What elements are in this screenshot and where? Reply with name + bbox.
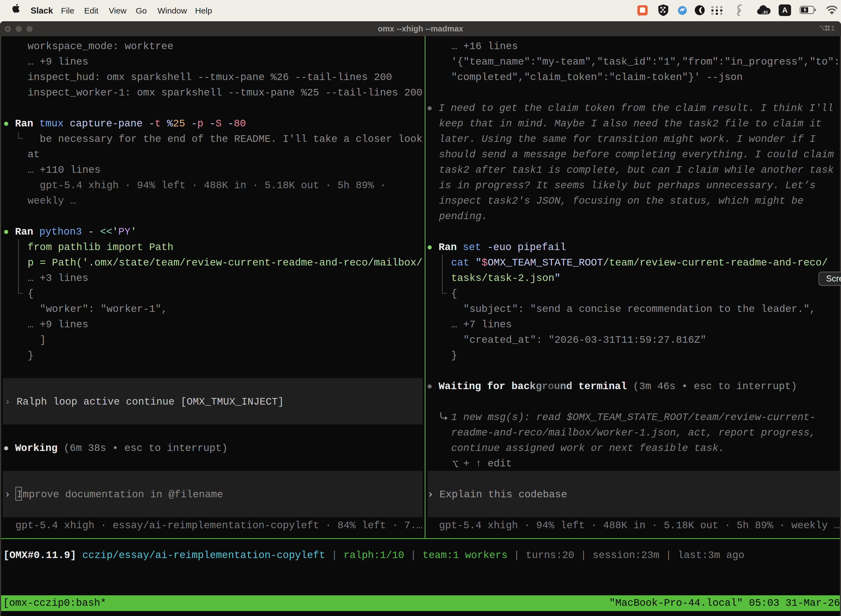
svg-text:..61: ..61 [762, 10, 768, 14]
